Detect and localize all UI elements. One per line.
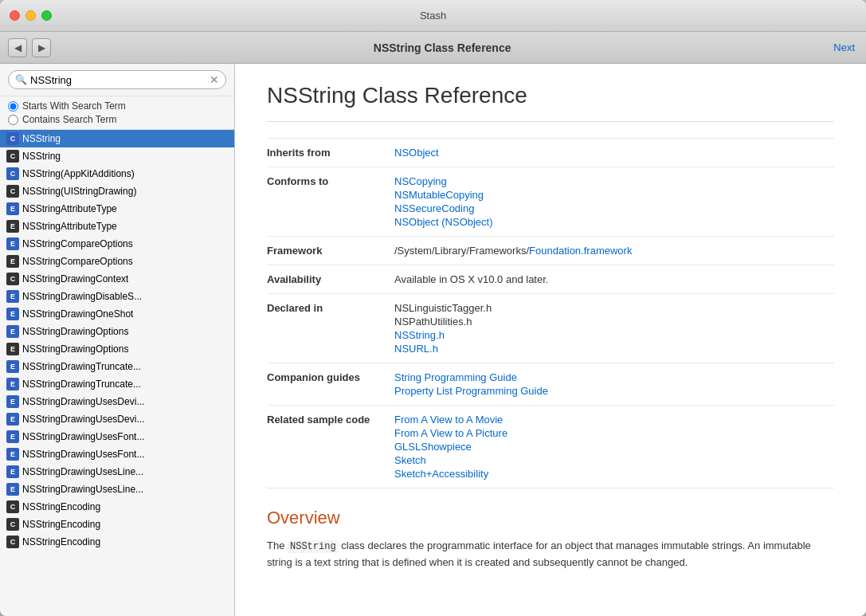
sidebar-item[interactable]: C NSString: [0, 147, 234, 165]
item-label: NSStringCompareOptions: [22, 238, 133, 249]
next-button[interactable]: Next: [833, 41, 855, 53]
related-sample-link[interactable]: Sketch+Accessibility: [394, 468, 834, 480]
sidebar-item[interactable]: E NSStringDrawingOneShot: [0, 305, 234, 323]
item-label: NSStringDrawingUsesLine...: [22, 484, 143, 495]
contains-option[interactable]: Contains Search Term: [8, 114, 226, 125]
item-icon: E: [6, 360, 19, 373]
sidebar-item[interactable]: C NSStringEncoding: [0, 498, 234, 516]
related-sample-label: Related sample code: [267, 406, 394, 488]
item-icon: E: [6, 448, 19, 461]
maximize-button[interactable]: [41, 10, 52, 21]
inherits-from-label: Inherits from: [267, 139, 394, 167]
related-sample-link[interactable]: Sketch: [394, 454, 834, 466]
item-icon: E: [6, 220, 19, 233]
item-icon: C: [6, 536, 19, 548]
sidebar-item[interactable]: E NSStringDrawingOptions: [0, 340, 234, 358]
overview-text: The NSString class declares the programm…: [267, 538, 834, 571]
sidebar-item[interactable]: E NSStringDrawingUsesFont...: [0, 445, 234, 463]
companion-guide-link[interactable]: Property List Programming Guide: [394, 385, 834, 397]
sidebar-item[interactable]: E NSStringCompareOptions: [0, 235, 234, 253]
minimize-button[interactable]: [25, 10, 36, 21]
sidebar-item[interactable]: E NSStringDrawingUsesFont...: [0, 428, 234, 445]
search-input[interactable]: [30, 74, 206, 86]
sidebar-item[interactable]: E NSStringDrawingTruncate...: [0, 358, 234, 375]
back-icon: ◀: [14, 42, 22, 53]
search-area: 🔍 ✕: [0, 64, 234, 96]
sidebar-item[interactable]: C NSString(AppKitAdditions): [0, 165, 234, 182]
overview-title: Overview: [267, 508, 834, 528]
main-container: 🔍 ✕ Starts With Search Term Contains Sea…: [0, 64, 866, 616]
declared-in-links: NSLinguisticTagger.hNSPathUtilities.hNSS…: [394, 302, 834, 355]
companion-guide-link[interactable]: String Programming Guide: [394, 371, 834, 383]
search-box: 🔍 ✕: [8, 70, 226, 89]
related-sample-link[interactable]: GLSLShowpiece: [394, 441, 834, 453]
related-sample-link[interactable]: From A View to A Picture: [394, 427, 834, 439]
sidebar-item[interactable]: E NSStringAttributeType: [0, 200, 234, 218]
item-icon: E: [6, 378, 19, 390]
framework-label: Framework: [267, 237, 394, 265]
conforms-to-link[interactable]: NSObject (NSObject): [394, 216, 834, 228]
conforms-to-link[interactable]: NSSecureCoding: [394, 202, 834, 214]
sidebar-item[interactable]: C NSString: [0, 130, 234, 147]
declared-in-label: Declared in: [267, 294, 394, 363]
overview-code: NSString: [288, 540, 339, 553]
item-icon: C: [6, 150, 19, 163]
item-icon: C: [6, 167, 19, 180]
starts-with-option[interactable]: Starts With Search Term: [8, 100, 226, 112]
conforms-to-links: NSCopyingNSMutableCopyingNSSecureCodingN…: [394, 175, 834, 228]
conforms-to-row: Conforms to NSCopyingNSMutableCopyingNSS…: [267, 167, 834, 237]
item-label: NSStringEncoding: [22, 536, 100, 547]
item-icon: C: [6, 132, 19, 145]
conforms-to-label: Conforms to: [267, 167, 394, 237]
back-button[interactable]: ◀: [8, 38, 27, 57]
companion-guides-row: Companion guides String Programming Guid…: [267, 363, 834, 406]
sidebar-item[interactable]: C NSStringEncoding: [0, 516, 234, 533]
framework-row: Framework /System/Library/Frameworks/Fou…: [267, 237, 834, 265]
conforms-to-link[interactable]: NSCopying: [394, 175, 834, 187]
availability-row: Availability Available in OS X v10.0 and…: [267, 265, 834, 294]
declared-in-file: NSLinguisticTagger.h: [394, 302, 834, 314]
search-options: Starts With Search Term Contains Search …: [0, 96, 234, 130]
info-table: Inherits from NSObject Conforms to NSCop…: [267, 138, 834, 488]
sidebar-item[interactable]: E NSStringAttributeType: [0, 218, 234, 235]
sidebar-item[interactable]: E NSStringDrawingUsesLine...: [0, 463, 234, 481]
close-button[interactable]: [10, 10, 20, 21]
titlebar: Stash: [0, 0, 866, 32]
item-icon: E: [6, 413, 19, 426]
item-label: NSStringDrawingUsesFont...: [22, 449, 144, 460]
sidebar-item[interactable]: E NSStringDrawingUsesDevi...: [0, 410, 234, 428]
declared-in-link[interactable]: NSURL.h: [394, 343, 834, 355]
declared-in-link[interactable]: NSString.h: [394, 329, 834, 341]
sidebar-item[interactable]: E NSStringDrawingOptions: [0, 323, 234, 340]
contains-radio[interactable]: [8, 115, 18, 125]
sidebar-item[interactable]: E NSStringDrawingUsesDevi...: [0, 393, 234, 410]
item-label: NSStringDrawingContext: [22, 273, 128, 284]
related-sample-link[interactable]: From A View to A Movie: [394, 414, 834, 426]
content-area: NSString Class Reference Inherits from N…: [235, 64, 866, 616]
sidebar-item[interactable]: C NSStringDrawingContext: [0, 270, 234, 288]
item-label: NSString(AppKitAdditions): [22, 168, 135, 179]
sidebar-item[interactable]: C NSString(UIStringDrawing): [0, 182, 234, 200]
sidebar-item[interactable]: E NSStringDrawingUsesLine...: [0, 481, 234, 498]
item-label: NSStringDrawingOptions: [22, 343, 128, 355]
framework-link[interactable]: Foundation.framework: [529, 245, 632, 257]
item-label: NSStringEncoding: [22, 501, 100, 512]
window-title: Stash: [420, 10, 446, 22]
item-label: NSString: [22, 133, 61, 144]
starts-with-label: Starts With Search Term: [22, 100, 126, 112]
sidebar-item[interactable]: E NSStringCompareOptions: [0, 253, 234, 270]
item-icon: C: [6, 273, 19, 285]
item-label: NSStringDrawingOneShot: [22, 308, 133, 320]
sidebar-item[interactable]: C NSStringEncoding: [0, 533, 234, 551]
search-clear-icon[interactable]: ✕: [210, 73, 219, 86]
forward-button[interactable]: ▶: [32, 38, 51, 57]
inherits-from-link[interactable]: NSObject: [394, 147, 439, 159]
item-icon: E: [6, 430, 19, 443]
sidebar-item[interactable]: E NSStringDrawingTruncate...: [0, 375, 234, 393]
starts-with-radio[interactable]: [8, 101, 18, 112]
item-label: NSString: [22, 151, 61, 162]
sidebar-item[interactable]: E NSStringDrawingDisableS...: [0, 288, 234, 305]
item-icon: E: [6, 237, 19, 250]
conforms-to-link[interactable]: NSMutableCopying: [394, 189, 834, 201]
item-icon: E: [6, 465, 19, 478]
